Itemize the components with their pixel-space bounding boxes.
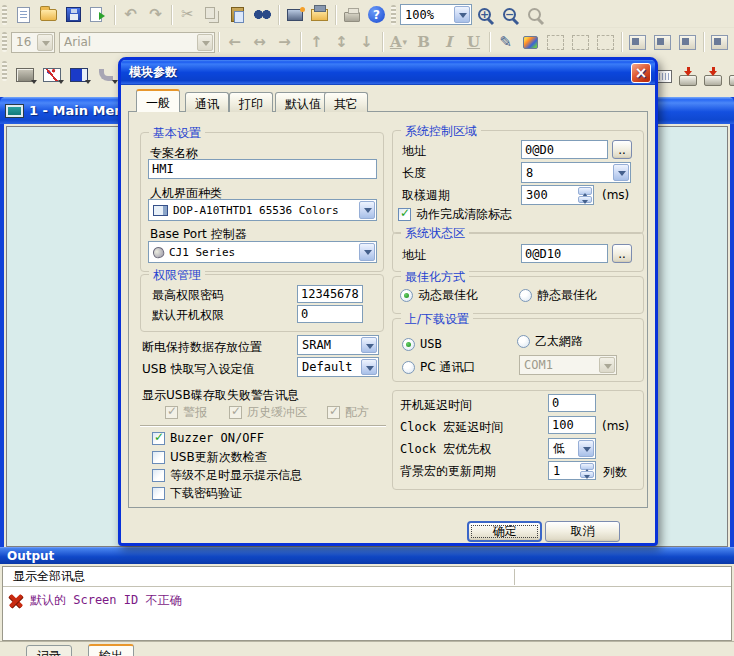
cancel-button[interactable]: 取消 [545,521,620,542]
meter-element-button[interactable] [38,61,65,88]
project-name-input[interactable]: HMI [148,159,377,179]
output-message-row[interactable]: 默认的 Screen ID 不正确 [9,592,181,609]
new-file-button[interactable] [11,3,36,27]
place-right-button[interactable] [675,30,700,54]
warn-history-checkbox[interactable] [229,406,242,419]
spinner-arrows-icon[interactable] [578,187,592,203]
export-button[interactable] [86,3,111,27]
zoom-in-button[interactable]: + [472,3,497,27]
resize-both-button[interactable] [593,30,618,54]
download-password-checkbox[interactable] [152,487,165,500]
help-button[interactable]: ? [364,3,389,27]
button-element-button[interactable] [11,61,38,88]
font-size-select[interactable]: 16 [11,32,55,53]
hmi-type-select[interactable]: DOP-A10THTD1 65536 Colors [148,199,377,221]
dropdown-arrow-icon[interactable] [359,201,375,219]
dropdown-arrow-icon[interactable] [37,34,53,51]
ok-button[interactable]: 确定 [467,521,542,542]
save-button[interactable] [61,3,86,27]
toolbar-grip[interactable] [391,5,396,25]
zoom-tool-button[interactable] [522,3,547,27]
align-right-button[interactable]: → [272,30,297,54]
tab-general[interactable]: 一般 [136,89,180,112]
boot-delay-input[interactable]: 0 [548,394,596,412]
com-port-select[interactable]: COM1 [519,355,617,375]
align-center-v-button[interactable]: ↕ [329,30,354,54]
zoom-select[interactable]: 100% [400,4,472,25]
place-top-button[interactable] [707,30,732,54]
warn-recipe-checkbox[interactable] [327,406,340,419]
dropdown-arrow-icon[interactable] [599,357,615,373]
sample-period-spinner[interactable]: 300 [521,185,594,205]
clear-flag-checkbox[interactable] [398,208,411,221]
status-address-browse-button[interactable]: .. [612,244,632,263]
status-address-input[interactable]: 0@D10 [521,244,608,263]
download-all-button[interactable] [704,64,722,88]
clock-priority-select[interactable]: 低 [548,438,596,459]
level-message-checkbox[interactable] [152,469,165,482]
pc-com-radio[interactable] [402,361,415,374]
underline-button[interactable]: U [461,30,486,54]
open-screen-button[interactable] [307,3,332,27]
font-color-button[interactable]: A▾ [386,30,411,54]
upload-button[interactable] [729,64,734,88]
usb-cache-select[interactable]: Default [297,357,379,377]
pen-style-button[interactable]: ✎ [493,30,518,54]
cut-button[interactable]: ✂ [175,3,200,27]
pipe-element-button[interactable] [92,61,119,88]
control-address-input[interactable]: 0@D0 [521,140,608,159]
resize-height-button[interactable] [568,30,593,54]
retain-location-select[interactable]: SRAM [297,335,379,355]
download-screen-button[interactable] [679,64,697,88]
buzzer-checkbox[interactable] [152,432,165,445]
picture-button[interactable] [518,30,543,54]
tab-record[interactable]: 记录 [26,645,72,656]
dropdown-arrow-icon[interactable] [454,6,470,23]
boot-permission-input[interactable]: 0 [297,305,363,323]
dropdown-arrow-icon[interactable] [613,164,629,181]
align-left-button[interactable]: ← [222,30,247,54]
toolbar-grip[interactable] [2,5,7,25]
paste-button[interactable] [225,3,250,27]
display-element-button[interactable] [65,61,92,88]
place-left-button[interactable] [625,30,650,54]
control-address-browse-button[interactable]: .. [612,140,632,159]
usb-update-checkbox[interactable] [152,451,165,464]
dynamic-optimization-radio[interactable] [400,289,413,302]
undo-button[interactable]: ↶ [118,3,143,27]
align-bottom-button[interactable]: ↓ [354,30,379,54]
warn-alarm-checkbox[interactable] [165,406,178,419]
ethernet-radio[interactable] [517,335,530,348]
clock-delay-input[interactable]: 100 [548,416,596,434]
output-panel-titlebar[interactable]: Output [0,547,734,564]
tab-other[interactable]: 其它 [324,92,368,112]
print-button[interactable] [339,3,364,27]
max-password-input[interactable]: 12345678 [297,285,363,303]
usb-radio[interactable] [402,338,415,351]
new-screen-button[interactable] [282,3,307,27]
bold-button[interactable]: B [411,30,436,54]
align-center-h-button[interactable]: ↔ [247,30,272,54]
bg-macro-spinner[interactable]: 1 [548,461,596,480]
place-center-button[interactable] [650,30,675,54]
dropdown-arrow-icon[interactable] [197,34,213,51]
dropdown-arrow-icon[interactable] [361,359,377,375]
align-top-button[interactable]: ↑ [304,30,329,54]
redo-button[interactable]: ↷ [143,3,168,27]
toolbar-grip[interactable] [2,61,7,81]
zoom-out-button[interactable]: − [497,3,522,27]
find-button[interactable] [250,3,275,27]
open-file-button[interactable] [36,3,61,27]
italic-button[interactable]: I [436,30,461,54]
static-optimization-radio[interactable] [519,289,532,302]
tab-defaults[interactable]: 默认值 [275,92,331,112]
font-family-select[interactable]: Arial [59,32,215,53]
output-filter-header[interactable]: 显示全部讯息 [3,567,731,587]
tab-communication[interactable]: 通讯 [185,92,229,112]
dropdown-arrow-icon[interactable] [578,440,594,457]
base-port-controller-select[interactable]: CJ1 Series [148,241,377,263]
dropdown-arrow-icon[interactable] [359,243,375,261]
copy-button[interactable] [200,3,225,27]
dropdown-arrow-icon[interactable] [361,337,377,353]
tab-print[interactable]: 打印 [229,92,273,112]
